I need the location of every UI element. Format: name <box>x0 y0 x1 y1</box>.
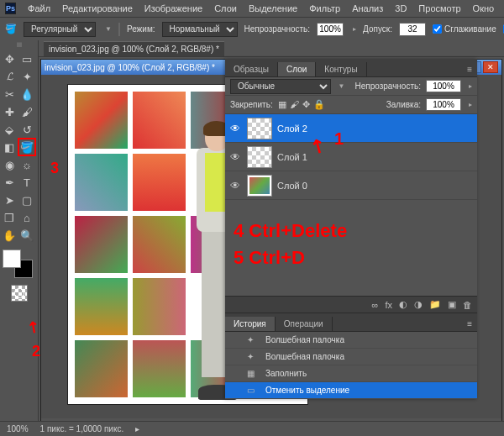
quick-mask-toggle[interactable] <box>11 285 28 302</box>
delete-layer-icon[interactable]: 🗑 <box>463 300 472 310</box>
pattern-swatch[interactable] <box>118 23 120 36</box>
layer-thumbnail[interactable] <box>247 175 272 197</box>
lasso-tool[interactable]: 𝓛 <box>1 68 18 85</box>
document-title: invision_023.jpg @ 100% (Слой 2, RGB/8#)… <box>45 63 215 72</box>
tab-actions[interactable]: Операции <box>276 317 333 331</box>
adjustment-layer-icon[interactable]: ◑ <box>414 299 423 310</box>
healing-tool[interactable]: ✚ <box>1 103 18 120</box>
zoom-tool[interactable]: 🔍 <box>18 227 35 244</box>
history-item[interactable]: ▦Заполнить <box>225 365 477 382</box>
hand-tool[interactable]: ✋ <box>1 227 18 244</box>
history-item[interactable]: ✦Волшебная палочка <box>225 349 477 365</box>
tab-paths[interactable]: Контуры <box>316 62 366 76</box>
stamp-tool[interactable]: ⬙ <box>1 121 18 138</box>
toolbox-drag-handle[interactable]: ⦀⦀ <box>1 41 37 50</box>
document-tab[interactable]: invision_023.jpg @ 100% (Слой 2, RGB/8#)… <box>44 41 224 56</box>
layer-fx-icon[interactable]: fx <box>385 300 392 310</box>
new-layer-icon[interactable]: ▣ <box>448 299 456 310</box>
deselect-icon: ▭ <box>247 386 259 395</box>
layer-mask-icon[interactable]: ◐ <box>399 299 407 310</box>
layers-panel: Обычные ▼ Непрозрачность: ▸ Закрепить: ▦… <box>225 77 477 313</box>
ps-logo: Ps <box>5 3 16 14</box>
menu-analysis[interactable]: Анализ <box>352 3 383 13</box>
eraser-tool[interactable]: ◧ <box>1 139 18 155</box>
shape-tool[interactable]: ▢ <box>18 192 35 208</box>
opacity-label: Непрозрачность: <box>244 24 311 34</box>
lock-transparency-icon[interactable]: ▦ <box>278 99 286 110</box>
menu-file[interactable]: Файл <box>28 3 50 13</box>
mode-select[interactable]: Нормальный <box>162 22 238 37</box>
menu-view[interactable]: Просмотр <box>418 3 460 13</box>
layer-name[interactable]: Слой 2 <box>277 123 307 134</box>
visibility-toggle-icon[interactable]: 👁 <box>228 150 242 164</box>
history-item[interactable]: ✦Волшебная палочка <box>225 332 477 349</box>
chevron-down-icon: ▼ <box>339 82 345 90</box>
layer-thumbnail[interactable] <box>247 146 272 168</box>
visibility-toggle-icon[interactable]: 👁 <box>228 179 242 192</box>
chevron-down-icon[interactable]: ▸ <box>469 101 472 108</box>
tolerance-label: Допуск: <box>363 24 392 34</box>
chevron-down-icon[interactable]: ▸ <box>469 82 472 90</box>
antialias-checkbox[interactable]: Сглаживание <box>433 24 496 34</box>
document-tab-bar: invision_023.jpg @ 100% (Слой 2, RGB/8#)… <box>39 40 504 57</box>
opacity-input[interactable] <box>317 23 344 36</box>
3d-tool[interactable]: ❒ <box>1 209 18 226</box>
layer-name[interactable]: Слой 0 <box>277 181 307 191</box>
link-layers-icon[interactable]: ∞ <box>372 300 379 310</box>
magic-wand-icon: ✦ <box>247 352 259 361</box>
lock-all-icon[interactable]: 🔒 <box>313 99 325 110</box>
layer-thumbnail[interactable] <box>247 118 272 139</box>
layer-row[interactable]: 👁 Слой 1 <box>225 143 477 171</box>
zoom-level[interactable]: 100% <box>7 424 29 433</box>
panel-menu-icon[interactable]: ≡ <box>462 317 477 331</box>
move-tool[interactable]: ✥ <box>1 50 18 67</box>
chevron-down-icon[interactable]: ▸ <box>353 25 356 33</box>
menu-window[interactable]: Окно <box>473 3 495 13</box>
layer-group-icon[interactable]: 📁 <box>429 299 441 310</box>
crop-tool[interactable]: ✂ <box>1 86 18 102</box>
layers-panel-tabs: Образцы Слои Контуры ≡ <box>225 59 477 77</box>
tab-history[interactable]: История <box>225 317 276 331</box>
paint-bucket-tool[interactable]: 🪣 <box>18 139 35 155</box>
menu-3d[interactable]: 3D <box>395 3 407 13</box>
history-brush-tool[interactable]: ↺ <box>18 121 35 138</box>
dodge-tool[interactable]: ☼ <box>18 156 35 173</box>
blur-tool[interactable]: ◉ <box>1 156 18 173</box>
font-style-select[interactable]: Регулярный <box>24 22 96 37</box>
tolerance-input[interactable] <box>399 23 426 36</box>
tab-swatches[interactable]: Образцы <box>225 62 278 76</box>
type-tool[interactable]: T <box>18 174 35 191</box>
menu-select[interactable]: Выделение <box>249 3 297 13</box>
marquee-tool[interactable]: ▭ <box>18 50 35 67</box>
bucket-tool-icon: 🪣 <box>5 23 17 36</box>
status-menu-icon[interactable]: ▸ <box>135 424 139 433</box>
layer-opacity-input[interactable] <box>426 80 461 92</box>
3d-camera-tool[interactable]: ⌂ <box>18 209 35 226</box>
menu-layers[interactable]: Слои <box>214 3 237 13</box>
magic-wand-icon: ✦ <box>247 335 259 344</box>
menu-edit[interactable]: Редактирование <box>62 3 133 13</box>
lock-pixels-icon[interactable]: 🖌 <box>290 99 299 110</box>
panel-menu-icon[interactable]: ≡ <box>462 62 477 76</box>
layer-row[interactable]: 👁 Слой 2 <box>225 114 477 143</box>
document-tab-title: invision_023.jpg @ 100% (Слой 2, RGB/8#)… <box>49 45 219 54</box>
magic-wand-tool[interactable]: ✦ <box>18 68 35 85</box>
menu-filter[interactable]: Фильтр <box>309 3 340 13</box>
lock-label: Закрепить: <box>230 100 273 109</box>
menu-image[interactable]: Изображение <box>144 3 202 13</box>
layer-name[interactable]: Слой 1 <box>277 152 307 162</box>
layer-row[interactable]: 👁 Слой 0 <box>225 171 477 200</box>
tab-layers[interactable]: Слои <box>278 62 316 76</box>
foreground-color-swatch[interactable] <box>3 250 21 268</box>
brush-tool[interactable]: 🖌 <box>18 103 35 120</box>
history-item[interactable]: ▭Отменить выделение <box>225 382 477 399</box>
close-button[interactable]: ✕ <box>483 61 498 73</box>
visibility-toggle-icon[interactable]: 👁 <box>228 122 242 135</box>
eyedropper-tool[interactable]: 💧 <box>18 86 35 102</box>
pen-tool[interactable]: ✒ <box>1 174 18 191</box>
lock-position-icon[interactable]: ✥ <box>302 99 310 110</box>
layer-fill-input[interactable] <box>426 98 461 111</box>
path-select-tool[interactable]: ➤ <box>1 192 18 208</box>
color-swatches[interactable] <box>1 250 37 281</box>
blend-mode-select[interactable]: Обычные <box>230 79 331 94</box>
